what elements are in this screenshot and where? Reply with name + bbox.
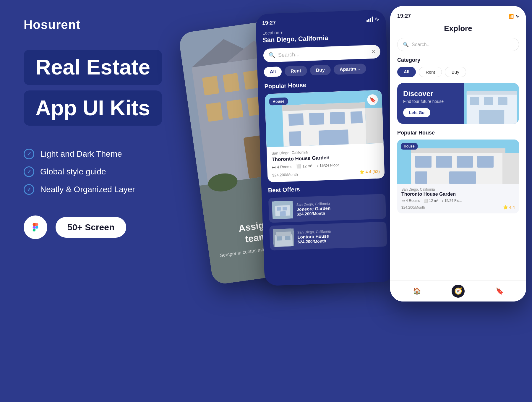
search-bar-middle[interactable]: 🔍 Search... ✕ bbox=[263, 45, 380, 62]
phone-middle: 19:27 ∿ Location ▾ San Diego, California bbox=[255, 10, 395, 286]
offer-img-2 bbox=[273, 228, 294, 247]
status-time-middle: 19:27 bbox=[262, 20, 276, 26]
headline-line2: App UI Kits bbox=[35, 97, 150, 119]
house-card-info-front: San Diego, California Thoronto House Gar… bbox=[397, 184, 519, 213]
best-offers-title: Best Offers bbox=[268, 183, 385, 194]
close-icon-middle[interactable]: ✕ bbox=[371, 48, 376, 55]
svg-rect-30 bbox=[280, 211, 286, 216]
cat-chip-all[interactable]: All bbox=[397, 67, 416, 77]
discover-subtitle: Find tour future house bbox=[403, 99, 513, 104]
svg-rect-34 bbox=[277, 236, 282, 241]
svg-rect-33 bbox=[276, 231, 291, 236]
svg-rect-21 bbox=[330, 112, 345, 124]
svg-rect-9 bbox=[226, 99, 244, 119]
svg-rect-51 bbox=[449, 171, 476, 184]
svg-rect-48 bbox=[457, 156, 473, 168]
popular-title-front: Popular House bbox=[397, 130, 519, 136]
front-floor-meta: ↕ 15/24 Flo... bbox=[442, 199, 462, 203]
offer-row-1[interactable]: San Diego, California Joneore Garden $24… bbox=[268, 194, 386, 223]
discover-banner[interactable]: Discover Find tour future house Lets Go bbox=[397, 83, 519, 124]
front-rating: ⭐ 4.4 bbox=[503, 205, 515, 210]
house-card-info-middle: San Diego, California Thoronto House Gar… bbox=[267, 143, 385, 182]
offer-row-2[interactable]: San Diego, California Lontoro House $24.… bbox=[269, 222, 387, 251]
front-price-row: $24.200/Month ⭐ 4.4 bbox=[401, 205, 515, 210]
svg-rect-35 bbox=[285, 236, 290, 240]
search-placeholder-middle: Search... bbox=[278, 51, 300, 58]
search-icon-middle: 🔍 bbox=[269, 52, 275, 59]
svg-rect-45 bbox=[411, 148, 505, 153]
svg-rect-5 bbox=[223, 73, 240, 93]
svg-rect-24 bbox=[319, 129, 349, 145]
screens-badge: 50+ Screen bbox=[56, 217, 126, 238]
status-icons-front: 📶 ∿ bbox=[509, 14, 519, 19]
check-icon-2 bbox=[24, 166, 34, 177]
card-price-row-middle: $24.200/Month ⭐ 4.4 (52) bbox=[272, 168, 380, 178]
discover-title: Discover bbox=[403, 90, 513, 98]
house-card-img-front: House bbox=[397, 140, 519, 184]
chip-all-middle[interactable]: All bbox=[264, 67, 282, 77]
headline-box-1: Real Estate bbox=[24, 50, 162, 85]
svg-rect-22 bbox=[351, 111, 363, 124]
card-meta-middle: 🛏 4 Rooms ⬜ 12 m² ↕ 15/24 Floor bbox=[272, 161, 379, 170]
offer-img-1 bbox=[272, 201, 293, 219]
svg-rect-50 bbox=[415, 171, 427, 184]
lets-go-button[interactable]: Lets Go bbox=[403, 108, 430, 117]
check-icon-3 bbox=[24, 184, 34, 195]
headline-box-2: App UI Kits bbox=[24, 90, 162, 126]
cat-chip-buy[interactable]: Buy bbox=[445, 67, 466, 77]
bottom-nav: 🏠 🧭 🔖 bbox=[390, 280, 526, 302]
front-rooms-meta: 🛏 4 Rooms bbox=[401, 199, 420, 203]
svg-rect-29 bbox=[283, 207, 287, 211]
nav-saved[interactable]: 🔖 bbox=[493, 285, 506, 298]
svg-rect-4 bbox=[202, 76, 219, 95]
filter-chips-middle: All Rent Buy Apartm... bbox=[264, 63, 381, 77]
figma-icon bbox=[24, 215, 47, 239]
svg-rect-23 bbox=[289, 131, 301, 146]
status-bar-middle: 19:27 ∿ bbox=[262, 16, 379, 26]
svg-rect-46 bbox=[415, 156, 432, 168]
category-label: Category bbox=[397, 57, 519, 63]
nav-home[interactable]: 🏠 bbox=[410, 285, 423, 298]
house-card-img-middle: House 🔖 bbox=[265, 90, 384, 147]
card-price-middle: $24.200/Month bbox=[272, 171, 298, 178]
house-card-middle[interactable]: House 🔖 San Diego, California Thoronto H… bbox=[265, 90, 385, 182]
feature-text-3: Neatly & Organized Layer bbox=[40, 185, 135, 194]
house-card-front[interactable]: House San Diego, California Thoronto Hou… bbox=[397, 140, 519, 213]
front-house-tag: House bbox=[401, 143, 418, 150]
phone-front: 19:27 📶 ∿ Explore 🔍 Search... Category A… bbox=[390, 6, 526, 302]
svg-rect-20 bbox=[309, 113, 324, 125]
status-bar-front: 19:27 📶 ∿ bbox=[397, 13, 519, 19]
svg-rect-28 bbox=[277, 207, 281, 211]
status-time-front: 19:27 bbox=[397, 13, 411, 19]
check-icon-1 bbox=[24, 149, 34, 159]
search-bar-front[interactable]: 🔍 Search... bbox=[397, 38, 519, 51]
cat-chip-rent[interactable]: Rent bbox=[419, 67, 442, 77]
explore-title: Explore bbox=[397, 24, 519, 33]
category-chips: All Rent Buy bbox=[397, 67, 519, 77]
chip-rent-middle[interactable]: Rent bbox=[285, 66, 307, 77]
rooms-meta: 🛏 4 Rooms bbox=[272, 164, 293, 169]
card-rating-middle: ⭐ 4.4 (52) bbox=[359, 169, 380, 174]
svg-rect-49 bbox=[477, 156, 494, 168]
front-card-name: Thoronto House Garden bbox=[401, 192, 515, 197]
svg-rect-25 bbox=[365, 108, 383, 144]
front-card-loc: San Diego, California bbox=[401, 187, 515, 192]
size-meta: ⬜ 12 m² bbox=[296, 164, 312, 169]
offer-info-2: San Diego, California Lontoro House $24.… bbox=[297, 227, 383, 244]
headline-line1: Real Estate bbox=[35, 56, 150, 79]
front-phone-inner: 19:27 📶 ∿ Explore 🔍 Search... Category A… bbox=[390, 6, 526, 302]
popular-title-middle: Popular House bbox=[264, 79, 382, 90]
search-placeholder-front: Search... bbox=[412, 42, 431, 47]
discover-content: Discover Find tour future house Lets Go bbox=[403, 90, 513, 117]
svg-rect-52 bbox=[502, 153, 519, 184]
status-icons-middle: ∿ bbox=[366, 16, 379, 22]
chip-apart-middle[interactable]: Apartm... bbox=[333, 64, 366, 75]
nav-explore[interactable]: 🧭 bbox=[452, 285, 465, 298]
feature-text-1: Light and Dark Theme bbox=[40, 149, 122, 159]
feature-text-2: Global style guide bbox=[40, 167, 106, 176]
front-card-meta: 🛏 4 Rooms ⬜ 12 m² ↕ 15/24 Flo... bbox=[401, 199, 515, 203]
svg-rect-47 bbox=[436, 156, 452, 168]
chip-buy-middle[interactable]: Buy bbox=[310, 65, 331, 75]
phones-area: Assign tasks team eas... Semper in cursu… bbox=[160, 0, 532, 402]
front-size-meta: ⬜ 12 m² bbox=[424, 199, 438, 203]
